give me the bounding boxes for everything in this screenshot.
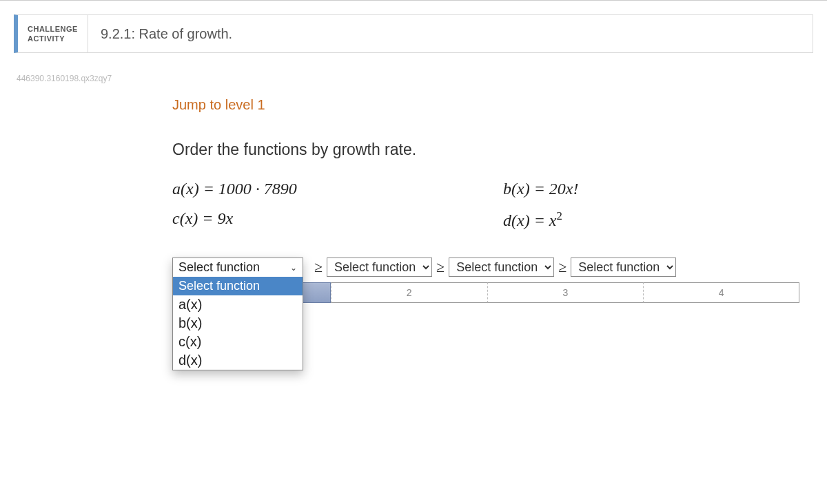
activity-type-line2: ACTIVITY <box>28 34 78 43</box>
dropdown-head-label: Select function <box>178 260 260 275</box>
function-c: c(x) = 9x <box>172 209 476 230</box>
function-select-4[interactable]: Select function <box>571 258 676 277</box>
dropdown-head[interactable]: Select function ⌄ <box>173 258 303 277</box>
dropdown-option-c[interactable]: c(x) <box>173 333 303 351</box>
activity-meta-code: 446390.3160198.qx3zqy7 <box>17 74 813 83</box>
activity-type-line1: CHALLENGE <box>28 24 78 34</box>
geq-symbol-2: ≥ <box>436 258 445 276</box>
function-b: b(x) = 20x! <box>503 180 806 198</box>
dropdown-option-d[interactable]: d(x) <box>173 351 303 370</box>
function-select-3[interactable]: Select function <box>449 258 554 277</box>
chevron-down-icon: ⌄ <box>290 263 297 273</box>
function-select-1-dropdown[interactable]: Select function ⌄ Select function a(x) b… <box>172 258 303 370</box>
activity-title: 9.2.1: Rate of growth. <box>88 15 245 52</box>
geq-symbol-3: ≥ <box>558 258 566 276</box>
dropdown-selected-placeholder[interactable]: Select function <box>173 277 303 295</box>
level-step-3[interactable]: 3 <box>487 282 644 303</box>
functions-grid: a(x) = 1000 · 7890 b(x) = 20x! c(x) = 9x… <box>172 180 806 230</box>
function-a: a(x) = 1000 · 7890 <box>172 180 476 198</box>
geq-symbol-1: ≥ <box>314 258 323 276</box>
jump-to-level-link[interactable]: Jump to level 1 <box>172 97 265 113</box>
activity-type-label: CHALLENGE ACTIVITY <box>18 15 88 52</box>
function-select-2[interactable]: Select function <box>327 258 432 277</box>
level-step-4[interactable]: 4 <box>643 282 799 303</box>
dropdown-option-b[interactable]: b(x) <box>173 314 303 333</box>
function-selectors-row: Select function Select function ⌄ Select… <box>172 258 806 277</box>
function-d: d(x) = x2 <box>503 209 806 230</box>
activity-header: CHALLENGE ACTIVITY 9.2.1: Rate of growth… <box>14 14 813 53</box>
top-divider <box>0 0 827 1</box>
dropdown-option-a[interactable]: a(x) <box>173 295 303 314</box>
question-prompt: Order the functions by growth rate. <box>172 140 806 159</box>
level-step-2[interactable]: 2 <box>331 282 487 303</box>
